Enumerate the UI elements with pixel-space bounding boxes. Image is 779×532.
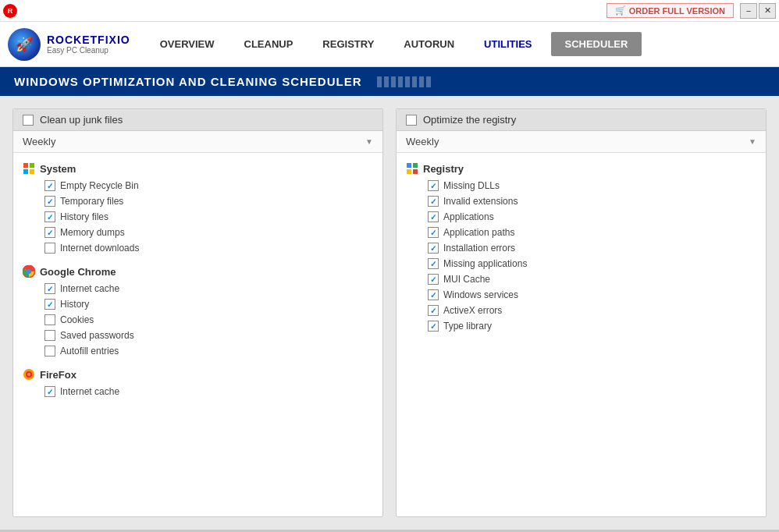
- list-item: Installation errors: [406, 240, 756, 256]
- application-paths-label: Application paths: [443, 227, 514, 238]
- mui-cache-checkbox[interactable]: [428, 274, 439, 285]
- missing-dlls-checkbox[interactable]: [428, 180, 439, 191]
- temporary-files-checkbox[interactable]: [44, 196, 55, 207]
- list-item: Internet cache: [23, 384, 373, 399]
- logo-name: ROCKETFIXIO: [47, 34, 130, 46]
- list-item: Applications: [406, 209, 756, 225]
- title-bar-left: R: [3, 4, 17, 18]
- page-title: WINDOWS OPTIMIZATION AND CLEANING SCHEDU…: [14, 75, 361, 88]
- installation-errors-checkbox[interactable]: [428, 243, 439, 254]
- svg-rect-11: [407, 169, 411, 174]
- list-item: Internet cache: [23, 281, 373, 296]
- minimize-button[interactable]: −: [740, 3, 757, 19]
- history-files-label: History files: [60, 211, 108, 222]
- history-checkbox[interactable]: [44, 299, 55, 310]
- right-panel-body: Registry Missing DLLs Invalid extensions…: [397, 153, 766, 516]
- memory-dumps-checkbox[interactable]: [44, 227, 55, 238]
- activex-errors-checkbox[interactable]: [428, 305, 439, 316]
- saved-passwords-checkbox[interactable]: [44, 330, 55, 341]
- svg-point-8: [27, 373, 30, 376]
- history-files-checkbox[interactable]: [44, 211, 55, 222]
- missing-applications-label: Missing applications: [443, 258, 527, 269]
- empty-recycle-bin-label: Empty Recycle Bin: [60, 180, 139, 191]
- type-library-label: Type library: [443, 321, 492, 332]
- nav-overview[interactable]: OVERVIEW: [146, 32, 229, 56]
- registry-category: Registry Missing DLLs Invalid extensions…: [397, 158, 766, 339]
- internet-cache-checkbox[interactable]: [44, 283, 55, 294]
- left-panel-body: System Empty Recycle Bin Temporary files…: [13, 153, 382, 516]
- list-item: Application paths: [406, 225, 756, 240]
- applications-checkbox[interactable]: [428, 211, 439, 222]
- nav-autorun[interactable]: AUTORUN: [390, 32, 468, 56]
- internet-downloads-checkbox[interactable]: [44, 243, 55, 254]
- firefox-cache-checkbox[interactable]: [44, 386, 55, 397]
- close-button[interactable]: ✕: [759, 3, 776, 19]
- app-logo: 🚀 ROCKETFIXIO Easy PC Cleanup: [8, 28, 130, 61]
- order-full-version-button[interactable]: 🛒 ORDER FULL VERSION: [606, 3, 734, 18]
- firefox-icon: [23, 368, 35, 381]
- windows-services-label: Windows services: [443, 289, 518, 300]
- right-frequency-arrow: ▼: [749, 137, 756, 146]
- app-icon: R: [3, 4, 17, 18]
- missing-applications-checkbox[interactable]: [428, 258, 439, 269]
- list-item: Saved passwords: [23, 328, 373, 343]
- chrome-icon: [23, 265, 35, 278]
- application-paths-checkbox[interactable]: [428, 227, 439, 238]
- svg-rect-2: [23, 169, 28, 174]
- svg-rect-10: [413, 163, 418, 168]
- svg-rect-1: [30, 163, 34, 168]
- temporary-files-label: Temporary files: [60, 196, 123, 207]
- title-bar: R 🛒 ORDER FULL VERSION − ✕: [0, 0, 779, 22]
- windows-services-checkbox[interactable]: [428, 289, 439, 300]
- list-item: ActiveX errors: [406, 303, 756, 318]
- cookies-label: Cookies: [60, 314, 94, 325]
- left-panel: Clean up junk files Weekly ▼ System: [12, 108, 383, 517]
- list-item: Missing applications: [406, 256, 756, 271]
- list-item: MUI Cache: [406, 271, 756, 287]
- left-panel-header: Clean up junk files: [13, 109, 382, 131]
- svg-rect-9: [407, 163, 411, 168]
- order-label: ORDER FULL VERSION: [629, 6, 725, 16]
- svg-point-5: [27, 269, 31, 274]
- nav-scheduler[interactable]: SCHEDULER: [551, 32, 642, 56]
- left-panel-title: Clean up junk files: [40, 114, 123, 126]
- activex-errors-label: ActiveX errors: [443, 305, 502, 316]
- logo-icon: 🚀: [8, 28, 41, 61]
- system-category-header: System: [23, 162, 373, 175]
- chrome-category: Google Chrome Internet cache History Coo…: [13, 261, 382, 364]
- nav-items: OVERVIEW CLEANUP REGISTRY AUTORUN UTILIT…: [146, 32, 771, 56]
- empty-recycle-bin-checkbox[interactable]: [44, 180, 55, 191]
- missing-dlls-label: Missing DLLs: [443, 180, 500, 191]
- nav-utilities[interactable]: UTILITIES: [470, 32, 546, 56]
- cookies-checkbox[interactable]: [44, 314, 55, 325]
- firefox-category: FireFox Internet cache: [13, 364, 382, 404]
- list-item: Type library: [406, 318, 756, 334]
- right-panel-title: Optimize the registry: [423, 114, 516, 126]
- list-item: Empty Recycle Bin: [23, 178, 373, 193]
- svg-rect-0: [23, 163, 28, 168]
- registry-category-name: Registry: [423, 163, 464, 175]
- nav-cleanup[interactable]: CLEANUP: [230, 32, 308, 56]
- left-frequency-arrow: ▼: [365, 137, 373, 146]
- applications-label: Applications: [443, 211, 494, 222]
- history-label: History: [60, 299, 89, 310]
- windows-icon: [23, 162, 35, 175]
- chrome-category-header: Google Chrome: [23, 265, 373, 278]
- logo-sub: Easy PC Cleanup: [47, 46, 130, 55]
- left-panel-checkbox[interactable]: [23, 115, 34, 126]
- nav-registry[interactable]: REGISTRY: [308, 32, 388, 56]
- left-panel-frequency[interactable]: Weekly ▼: [13, 131, 382, 153]
- saved-passwords-label: Saved passwords: [60, 330, 134, 341]
- type-library-checkbox[interactable]: [428, 321, 439, 332]
- right-panel-checkbox[interactable]: [406, 115, 417, 126]
- logo-text: ROCKETFIXIO Easy PC Cleanup: [47, 34, 130, 55]
- invalid-extensions-checkbox[interactable]: [428, 196, 439, 207]
- list-item: History files: [23, 209, 373, 225]
- internet-downloads-label: Internet downloads: [60, 243, 139, 254]
- right-panel-frequency[interactable]: Weekly ▼: [397, 131, 766, 153]
- list-item: Cookies: [23, 312, 373, 328]
- autofill-entries-checkbox[interactable]: [44, 346, 55, 356]
- registry-category-header: Registry: [406, 162, 756, 175]
- header-decoration: [377, 76, 431, 87]
- right-panel: Optimize the registry Weekly ▼ Registry: [396, 108, 767, 517]
